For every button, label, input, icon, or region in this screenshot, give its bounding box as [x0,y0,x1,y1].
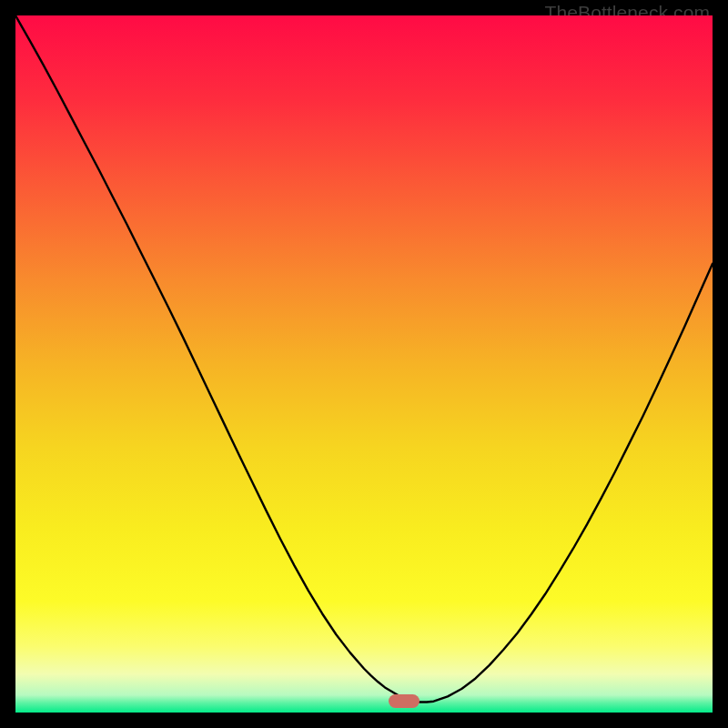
chart-stage: TheBottleneck.com [0,0,728,728]
optimal-point-marker [389,694,420,708]
bottleneck-curve [15,15,713,713]
plot-area [15,15,713,713]
